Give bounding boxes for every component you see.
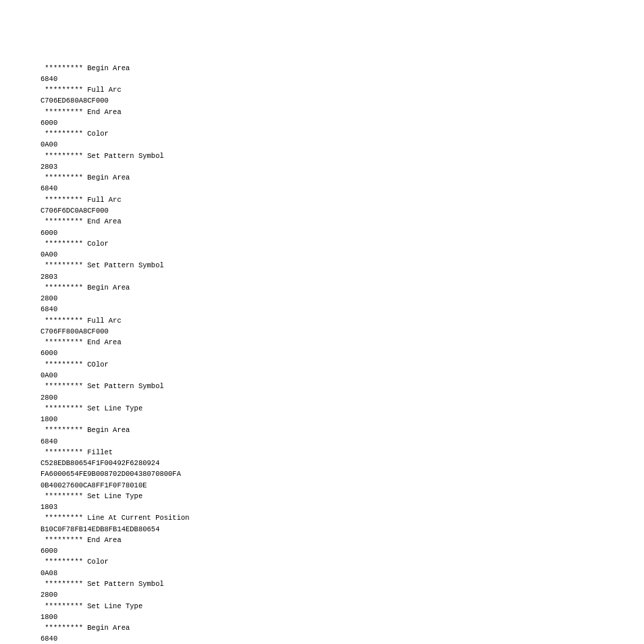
- code-line: 6000: [41, 545, 603, 556]
- code-line: ********* Line At Current Position: [41, 512, 603, 523]
- code-line: ********* Set Pattern Symbol: [41, 260, 603, 271]
- code-line: 6840: [41, 633, 603, 644]
- code-line: 6000: [41, 227, 603, 238]
- code-line: ********* Full Arc: [41, 84, 603, 95]
- code-line: ********* Color: [41, 128, 603, 139]
- code-line: ********* Set Line Type: [41, 403, 603, 414]
- code-line: ********* Begin Area: [41, 282, 603, 293]
- code-line: ********* Begin Area: [41, 63, 603, 74]
- code-line: ********* Begin Area: [41, 622, 603, 633]
- code-line: 6840: [41, 74, 603, 84]
- code-line: ********* Color: [41, 238, 603, 249]
- code-line: 0A00: [41, 139, 603, 150]
- code-line: 1800: [41, 612, 603, 622]
- code-line: 6840: [41, 304, 603, 315]
- code-line: 2800: [41, 293, 603, 304]
- code-line: 0B40027600CA8FF1F0F78010E: [41, 480, 603, 491]
- code-line: ********* Set Line Type: [41, 601, 603, 612]
- code-line: C706F6DC0A8CF000: [41, 205, 603, 216]
- code-line: C528EDB80654F1F00492F6280924: [41, 458, 603, 468]
- code-line: 6000: [41, 348, 603, 358]
- code-line: 6000: [41, 117, 603, 128]
- code-line: ********* Set Pattern Symbol: [41, 381, 603, 392]
- code-line: C706ED680A8CF000: [41, 95, 603, 106]
- code-line: C706FF800A8CF000: [41, 326, 603, 337]
- code-block: ********* Begin Area6840 ********* Full …: [41, 41, 603, 644]
- code-line: ********* Color: [41, 556, 603, 567]
- code-line: ********* Begin Area: [41, 425, 603, 435]
- code-line: ********* Fillet: [41, 447, 603, 458]
- code-line: 0A08: [41, 568, 603, 579]
- code-line: 2800: [41, 392, 603, 403]
- code-line: 6840: [41, 436, 603, 447]
- code-line: 6840: [41, 183, 603, 194]
- code-line: ********* End Area: [41, 535, 603, 545]
- code-line: 2803: [41, 161, 603, 172]
- code-line: ********* Full Arc: [41, 194, 603, 205]
- code-line: ********* Set Pattern Symbol: [41, 151, 603, 161]
- code-line: ********* COlor: [41, 359, 603, 370]
- code-line: ********* End Area: [41, 337, 603, 348]
- code-line: 0A00: [41, 370, 603, 381]
- code-line: ********* Full Arc: [41, 315, 603, 326]
- code-line: 1803: [41, 502, 603, 512]
- code-line: 1800: [41, 414, 603, 425]
- code-line: ********* Begin Area: [41, 172, 603, 183]
- code-line: ********* End Area: [41, 107, 603, 117]
- code-line: ********* Set Pattern Symbol: [41, 579, 603, 589]
- code-line: FA6000654FE9B008702D00438070800FA: [41, 468, 603, 479]
- code-line: B10C0F78FB14EDB8FB14EDB80654: [41, 524, 603, 535]
- code-line: 0A00: [41, 249, 603, 260]
- code-line: 2803: [41, 271, 603, 282]
- code-line: ********* Set Line Type: [41, 491, 603, 502]
- code-line: 2800: [41, 589, 603, 600]
- code-line: ********* End Area: [41, 216, 603, 227]
- page-container: ********* Begin Area6840 ********* Full …: [0, 0, 644, 644]
